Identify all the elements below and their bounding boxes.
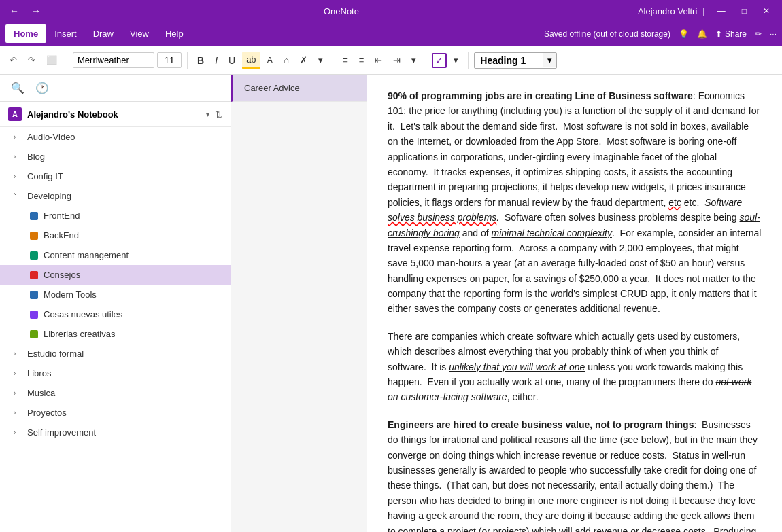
history-icon[interactable]: 🕐 xyxy=(33,79,52,97)
section-label: BackEnd xyxy=(44,230,79,241)
list-dropdown-button[interactable]: ▾ xyxy=(407,52,420,68)
content-paragraph-2: There are companies which create softwar… xyxy=(388,329,762,405)
separator-1 xyxy=(67,52,67,69)
menu-tab-help[interactable]: Help xyxy=(157,24,192,43)
highlight-button[interactable]: ab xyxy=(242,52,260,69)
separator-5 xyxy=(468,52,469,69)
redo-button[interactable]: ↷ xyxy=(24,52,39,68)
sidebar-item-estudio-formal[interactable]: › Estudio formal xyxy=(0,344,231,363)
sidebar-item-cosas-nuevas[interactable]: Cosas nuevas utiles xyxy=(0,304,231,324)
maximize-button[interactable]: □ xyxy=(735,5,753,17)
expand-arrow-icon: › xyxy=(14,409,22,416)
content-area[interactable]: 90% of programming jobs are in creating … xyxy=(367,75,782,532)
close-button[interactable]: ✕ xyxy=(756,5,777,17)
sidebar-item-audio-video[interactable]: › Audio-Video xyxy=(0,127,231,147)
para1-bold-intro: 90% of programming jobs are in creating … xyxy=(388,90,693,101)
section-label: Developing xyxy=(27,191,71,201)
share-button[interactable]: ⬆ Share xyxy=(715,29,747,39)
section-color-dot xyxy=(30,330,38,338)
more-icon[interactable]: ··· xyxy=(770,29,777,39)
sidebar-item-consejos[interactable]: Consejos xyxy=(0,265,231,285)
title-bar: ← → OneNote Alejandro Veltri | — □ ✕ xyxy=(0,0,782,22)
section-label: Libros xyxy=(27,368,51,378)
bullet-list-button[interactable]: ≡ xyxy=(339,52,352,68)
content-paragraph-3: Engineers are hired to create business v… xyxy=(388,417,762,532)
nav-buttons: ← → xyxy=(5,4,45,18)
notebook-header[interactable]: A Alejandro's Notebook ▾ ⇅ xyxy=(0,102,231,127)
minimize-button[interactable]: — xyxy=(711,5,732,17)
menu-tab-insert[interactable]: Insert xyxy=(46,24,85,43)
clear-button[interactable]: ✗ xyxy=(296,52,311,68)
not-work: not work on customer-facing xyxy=(388,376,751,402)
save-status: Saved offline (out of cloud storage) xyxy=(544,29,670,39)
content-paragraph-1: 90% of programming jobs are in creating … xyxy=(388,88,762,317)
pen-icon[interactable]: ✏ xyxy=(755,29,762,39)
notebook-icon: A xyxy=(8,107,22,121)
section-label: Consejos xyxy=(44,270,80,280)
expand-arrow-icon: › xyxy=(14,350,22,357)
share-label: Share xyxy=(725,29,747,39)
sidebar-item-self-improvement[interactable]: › Self improvement xyxy=(0,423,231,442)
sidebar-item-librerias[interactable]: Librerias creativas xyxy=(0,324,231,344)
share-icon: ⬆ xyxy=(715,29,722,39)
sidebar-item-config-it[interactable]: › Config IT xyxy=(0,166,231,186)
menu-tab-view[interactable]: View xyxy=(122,24,157,43)
section-label: Estudio formal xyxy=(27,349,84,359)
etc-text: etc xyxy=(668,197,681,208)
app-title: OneNote xyxy=(324,6,359,16)
heading-dropdown-arrow[interactable]: ▾ xyxy=(543,53,556,67)
lightbulb-icon[interactable]: 💡 xyxy=(679,29,689,39)
sidebar-item-modern-tools[interactable]: Modern Tools xyxy=(0,285,231,304)
indent-button[interactable]: ⇥ xyxy=(389,52,405,68)
styles-button[interactable]: ⌂ xyxy=(279,52,293,68)
user-area: Alejandro Veltri | — □ ✕ xyxy=(638,5,777,17)
notebook-sort-icon[interactable]: ⇅ xyxy=(215,109,222,120)
unlikely-underline: unlikely that you will work at one xyxy=(449,361,585,372)
undo-button[interactable]: ↶ xyxy=(5,52,21,68)
sidebar-item-backend[interactable]: BackEnd xyxy=(0,226,231,245)
main-area: 🔍 🕐 A Alejandro's Notebook ▾ ⇅ › Audio-V… xyxy=(0,75,782,532)
num-list-button[interactable]: ≡ xyxy=(355,52,369,68)
font-color-button[interactable]: A xyxy=(263,52,277,68)
section-label: Self improvement xyxy=(27,427,96,438)
sidebar-item-proyectos[interactable]: › Proyectos xyxy=(0,403,231,423)
search-icon[interactable]: 🔍 xyxy=(8,79,27,97)
sidebar-item-libros[interactable]: › Libros xyxy=(0,363,231,383)
menu-tab-draw[interactable]: Draw xyxy=(85,24,122,43)
sidebar-item-musica[interactable]: › Musica xyxy=(0,383,231,403)
sidebar-item-blog[interactable]: › Blog xyxy=(0,147,231,166)
heading-select-text[interactable]: Heading 1 xyxy=(475,53,543,68)
clipboard-button[interactable]: ⬜ xyxy=(42,52,61,68)
sidebar-item-frontend[interactable]: FrontEnd xyxy=(0,206,231,226)
section-color-dot xyxy=(30,212,38,220)
bell-icon[interactable]: 🔔 xyxy=(697,29,707,39)
bold-button[interactable]: B xyxy=(193,52,208,69)
separator-3 xyxy=(333,52,333,69)
pages-panel: Career Advice xyxy=(231,75,367,532)
font-name-input[interactable] xyxy=(73,52,154,68)
sidebar-item-content-management[interactable]: Content management xyxy=(0,245,231,265)
checkbox-dropdown-button[interactable]: ▾ xyxy=(449,52,462,68)
italic-software: Software solves business problems. xyxy=(388,197,742,223)
section-label: Librerias creativas xyxy=(44,329,116,339)
section-color-dot xyxy=(30,291,38,299)
sidebar-item-developing[interactable]: ˅ Developing xyxy=(0,186,231,206)
forward-button[interactable]: → xyxy=(27,4,45,18)
outdent-button[interactable]: ⇤ xyxy=(371,52,386,68)
menu-tab-home[interactable]: Home xyxy=(5,24,46,43)
not-work-strike: not work on customer-facing xyxy=(388,376,751,402)
underline-button[interactable]: U xyxy=(224,52,239,69)
italic-button[interactable]: I xyxy=(211,52,222,69)
section-label: Cosas nuevas utiles xyxy=(44,309,122,319)
software-italic: software xyxy=(471,391,507,402)
section-label: Blog xyxy=(27,152,45,162)
back-button[interactable]: ← xyxy=(5,4,23,18)
section-label: Proyectos xyxy=(27,408,67,418)
section-label: FrontEnd xyxy=(44,211,80,221)
checkbox-button[interactable]: ✓ xyxy=(432,53,447,68)
format-dropdown-button[interactable]: ▾ xyxy=(314,52,327,68)
section-label: Musica xyxy=(27,388,55,398)
font-size-input[interactable] xyxy=(157,52,182,68)
toolbar: ↶ ↷ ⬜ B I U ab A ⌂ ✗ ▾ ≡ ≡ ⇤ ⇥ ▾ ✓ ▾ Hea… xyxy=(0,46,782,75)
page-item-career-advice[interactable]: Career Advice xyxy=(231,75,367,102)
